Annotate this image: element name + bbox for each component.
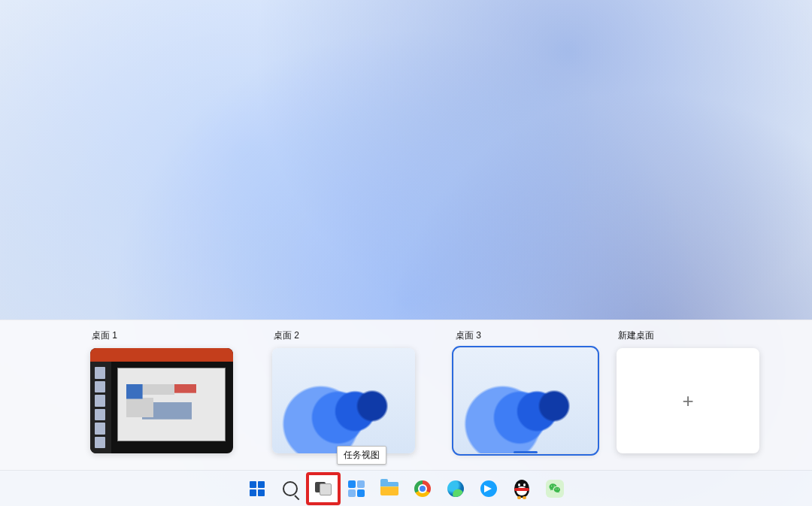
virtual-desktop-thumbnail[interactable] <box>272 348 415 453</box>
virtual-desktop-label: 桌面 2 <box>274 329 415 342</box>
virtual-desktop-3[interactable]: 桌面 3 <box>454 329 597 470</box>
virtual-desktop-thumbnail[interactable] <box>90 348 233 453</box>
new-desktop-button[interactable]: + <box>617 348 759 453</box>
task-view-tray: 桌面 1 桌面 2 桌面 3 新建桌面 + <box>0 320 812 470</box>
edge-icon <box>447 480 464 497</box>
virtual-desktop-label: 桌面 3 <box>456 329 597 342</box>
virtual-desktop-label: 桌面 1 <box>92 329 233 342</box>
search-icon <box>283 481 298 496</box>
widgets-icon <box>348 480 365 497</box>
task-view-button[interactable] <box>308 474 339 504</box>
taskbar <box>0 470 812 506</box>
virtual-desktop-1[interactable]: 桌面 1 <box>90 329 233 470</box>
chrome-button[interactable] <box>407 474 438 504</box>
app-blue-button[interactable] <box>473 474 504 504</box>
edge-button[interactable] <box>440 474 471 504</box>
new-desktop[interactable]: 新建桌面 + <box>617 329 759 470</box>
wechat-icon <box>546 480 564 498</box>
qq-button[interactable] <box>506 474 538 504</box>
plus-icon: + <box>682 389 693 413</box>
active-desktop-indicator <box>514 451 538 453</box>
start-button[interactable] <box>241 474 273 504</box>
new-desktop-label: 新建桌面 <box>618 329 759 342</box>
virtual-desktop-thumbnail[interactable] <box>454 348 597 453</box>
qq-icon <box>514 480 529 498</box>
bird-icon <box>480 480 497 497</box>
wechat-button[interactable] <box>539 474 571 504</box>
file-explorer-button[interactable] <box>374 474 405 504</box>
widgets-button[interactable] <box>341 474 372 504</box>
search-button[interactable] <box>274 474 306 504</box>
explorer-icon <box>380 482 398 495</box>
chrome-icon <box>414 480 431 497</box>
task-view-icon <box>315 482 332 495</box>
task-view-tooltip: 任务视图 <box>337 446 386 465</box>
start-icon <box>250 481 265 496</box>
